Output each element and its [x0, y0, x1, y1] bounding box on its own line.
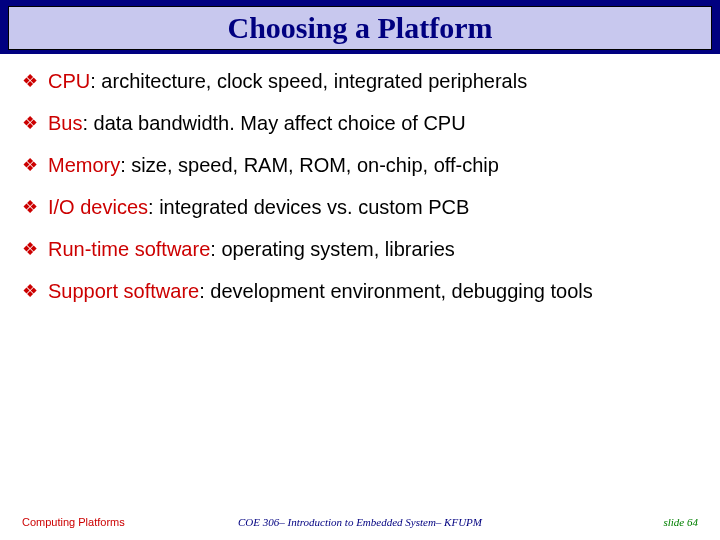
diamond-bullet-icon: ❖: [22, 238, 38, 261]
item-label: Run-time software: [48, 238, 210, 260]
footer-right: slide 64: [663, 516, 698, 528]
diamond-bullet-icon: ❖: [22, 196, 38, 219]
slide-title: Choosing a Platform: [228, 11, 493, 45]
item-label: Bus: [48, 112, 82, 134]
list-item: ❖ CPU: architecture, clock speed, integr…: [22, 68, 698, 94]
title-inner: Choosing a Platform: [8, 6, 712, 50]
list-item: ❖ I/O devices: integrated devices vs. cu…: [22, 194, 698, 220]
content-area: ❖ CPU: architecture, clock speed, integr…: [0, 54, 720, 304]
item-desc: : size, speed, RAM, ROM, on-chip, off-ch…: [120, 154, 499, 176]
item-text: I/O devices: integrated devices vs. cust…: [48, 194, 469, 220]
item-desc: : architecture, clock speed, integrated …: [90, 70, 527, 92]
item-text: Support software: development environmen…: [48, 278, 593, 304]
list-item: ❖ Memory: size, speed, RAM, ROM, on-chip…: [22, 152, 698, 178]
item-text: CPU: architecture, clock speed, integrat…: [48, 68, 527, 94]
title-bar: Choosing a Platform: [0, 0, 720, 54]
diamond-bullet-icon: ❖: [22, 70, 38, 93]
item-desc: : data bandwidth. May affect choice of C…: [82, 112, 465, 134]
item-label: Memory: [48, 154, 120, 176]
item-text: Bus: data bandwidth. May affect choice o…: [48, 110, 466, 136]
footer-left: Computing Platforms: [22, 516, 125, 528]
item-text: Run-time software: operating system, lib…: [48, 236, 455, 262]
item-label: CPU: [48, 70, 90, 92]
list-item: ❖ Bus: data bandwidth. May affect choice…: [22, 110, 698, 136]
diamond-bullet-icon: ❖: [22, 154, 38, 177]
diamond-bullet-icon: ❖: [22, 280, 38, 303]
diamond-bullet-icon: ❖: [22, 112, 38, 135]
item-label: Support software: [48, 280, 199, 302]
item-desc: : development environment, debugging too…: [199, 280, 593, 302]
item-label: I/O devices: [48, 196, 148, 218]
list-item: ❖ Support software: development environm…: [22, 278, 698, 304]
item-desc: : operating system, libraries: [210, 238, 455, 260]
item-text: Memory: size, speed, RAM, ROM, on-chip, …: [48, 152, 499, 178]
list-item: ❖ Run-time software: operating system, l…: [22, 236, 698, 262]
footer: Computing Platforms COE 306– Introductio…: [0, 516, 720, 528]
footer-center: COE 306– Introduction to Embedded System…: [238, 516, 482, 528]
item-desc: : integrated devices vs. custom PCB: [148, 196, 469, 218]
